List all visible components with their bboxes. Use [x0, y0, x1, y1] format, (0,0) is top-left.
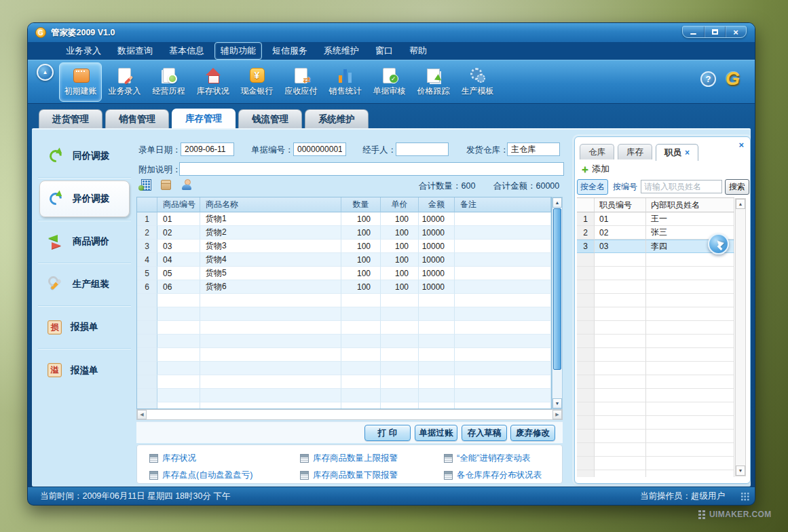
date-input[interactable]	[181, 142, 234, 156]
scroll-right-icon[interactable]: ▶	[552, 410, 562, 419]
header-cell[interactable]: 职员编号	[595, 198, 646, 212]
empty-staff-row[interactable]	[577, 267, 734, 280]
menu-item-6[interactable]: 系统维护	[318, 42, 365, 60]
report-link-5[interactable]: 库存商品数量下限报警	[300, 470, 444, 481]
empty-staff-row[interactable]	[577, 457, 734, 470]
warehouse-shortcut-icon[interactable]	[141, 179, 151, 191]
add-button[interactable]: + 添加	[582, 163, 609, 175]
header-cell[interactable]: 单价	[381, 197, 419, 212]
title-bar[interactable]: G 管家婆2009 V1.0 ×	[28, 23, 755, 42]
sidebar-item-2[interactable]: 异价调拨	[39, 180, 130, 217]
post-voucher-button[interactable]: 单据过账	[415, 425, 457, 441]
table-row[interactable]: 101货物110010010000	[137, 212, 551, 226]
empty-staff-row[interactable]	[577, 335, 734, 348]
panel-vertical-scrollbar[interactable]: ▲ ▼	[735, 198, 746, 476]
sidebar-item-4[interactable]: 生产组装	[39, 266, 130, 303]
goods-shortcut-icon[interactable]	[161, 180, 171, 190]
tab-5[interactable]: 系统维护	[305, 109, 369, 128]
header-cell[interactable]: 备注	[455, 197, 551, 212]
note-input[interactable]	[179, 162, 564, 176]
sidebar-item-5[interactable]: 损报损单	[39, 309, 130, 345]
menu-item-5[interactable]: 短信服务	[266, 42, 314, 60]
empty-staff-row[interactable]	[577, 402, 734, 416]
tab-4[interactable]: 钱流管理	[238, 109, 302, 128]
header-cell[interactable]: 商品编号	[157, 197, 200, 212]
toolbar-item-1[interactable]: 初期建账	[59, 62, 102, 102]
scroll-down-icon[interactable]: ▼	[552, 398, 562, 408]
empty-table-row[interactable]	[137, 348, 551, 362]
table-row[interactable]: 202货物210010010000	[137, 226, 551, 240]
search-by-name-button[interactable]: 按全名	[577, 179, 608, 195]
handler-input[interactable]	[396, 142, 449, 156]
empty-staff-row[interactable]	[577, 362, 734, 375]
empty-staff-row[interactable]	[577, 294, 734, 307]
menu-item-8[interactable]: 帮助	[403, 42, 433, 60]
table-row[interactable]: 404货物410010010000	[137, 253, 551, 267]
toolbar-item-5[interactable]: 现金银行	[236, 62, 278, 102]
menu-item-2[interactable]: 数据查询	[111, 42, 159, 60]
scroll-up-icon[interactable]: ▲	[552, 197, 562, 208]
panel-close-icon[interactable]: ×	[738, 140, 744, 150]
header-cell[interactable]: 数量	[341, 197, 381, 212]
toolbar-item-6[interactable]: 应收应付	[280, 62, 322, 102]
empty-staff-row[interactable]	[577, 253, 734, 267]
toolbar-item-9[interactable]: 价格跟踪	[412, 62, 455, 102]
empty-table-row[interactable]	[137, 294, 551, 307]
search-by-code-button[interactable]: 按编号	[613, 181, 637, 193]
report-link-6[interactable]: 各仓库库存分布状况表	[444, 470, 562, 481]
voucher-no-input[interactable]	[293, 142, 346, 156]
menu-item-4[interactable]: 辅助功能	[214, 42, 262, 60]
scroll-left-icon[interactable]: ◀	[137, 410, 147, 419]
search-button[interactable]: 搜索	[725, 179, 749, 195]
help-icon[interactable]: ?	[700, 71, 716, 87]
panel-tab-1[interactable]: 仓库	[580, 144, 614, 159]
empty-staff-row[interactable]	[577, 280, 734, 294]
header-cell[interactable]: 商品名称	[200, 197, 341, 212]
header-cell[interactable]: 内部职员姓名	[646, 198, 734, 212]
empty-staff-row[interactable]	[577, 430, 734, 443]
tab-close-icon[interactable]: ×	[685, 148, 690, 157]
tab-3[interactable]: 库存管理	[172, 109, 236, 128]
staff-search-input[interactable]	[641, 180, 722, 193]
report-link-2[interactable]: 库存商品数量上限报警	[300, 453, 444, 464]
warehouse-input[interactable]	[507, 142, 560, 156]
toolbar-item-7[interactable]: 销售统计	[324, 62, 367, 102]
save-draft-button[interactable]: 存入草稿	[462, 425, 507, 441]
empty-table-row[interactable]	[137, 307, 551, 321]
empty-table-row[interactable]	[137, 389, 551, 402]
empty-table-row[interactable]	[137, 335, 551, 348]
tab-1[interactable]: 进货管理	[39, 109, 102, 128]
table-row[interactable]: 505货物510010010000	[137, 267, 551, 280]
table-row[interactable]: 606货物610010010000	[137, 280, 551, 294]
panel-scroll-down-icon[interactable]: ▼	[736, 466, 745, 476]
resize-grip[interactable]	[740, 492, 749, 501]
toolbar-item-3[interactable]: 经营历程	[147, 62, 190, 102]
menu-item-7[interactable]: 窗口	[369, 42, 399, 60]
sidebar-item-1[interactable]: 同价调拨	[39, 138, 130, 174]
toolbar-item-4[interactable]: 库存状况	[191, 62, 234, 102]
empty-table-row[interactable]	[137, 321, 551, 335]
empty-table-row[interactable]	[137, 362, 551, 375]
report-link-3[interactable]: “全能”进销存变动表	[444, 453, 562, 464]
print-button[interactable]: 打 印	[364, 425, 411, 441]
items-horizontal-scrollbar[interactable]: ◀ ▶	[136, 409, 563, 420]
empty-staff-row[interactable]	[577, 375, 734, 389]
report-link-1[interactable]: 库存状况	[149, 453, 300, 464]
empty-table-row[interactable]	[137, 402, 551, 409]
empty-staff-row[interactable]	[577, 307, 734, 321]
header-cell[interactable]: 金额	[419, 197, 455, 212]
staff-shortcut-icon[interactable]	[181, 179, 192, 190]
panel-tab-3[interactable]: 职员×	[656, 144, 698, 161]
staff-row[interactable]: 101王一	[577, 212, 734, 226]
tab-2[interactable]: 销售管理	[105, 109, 169, 128]
report-link-4[interactable]: 库存盘点(自动盘盈盘亏)	[149, 470, 300, 481]
maximize-button[interactable]	[704, 26, 725, 37]
toolbar-item-2[interactable]: 业务录入	[103, 62, 146, 102]
minimize-button[interactable]	[683, 26, 704, 37]
discard-changes-button[interactable]: 废弃修改	[510, 425, 555, 441]
scroll-thumb[interactable]	[553, 208, 561, 370]
table-row[interactable]: 303货物310010010000	[137, 240, 551, 253]
menu-item-3[interactable]: 基本信息	[163, 42, 210, 60]
empty-staff-row[interactable]	[577, 443, 734, 457]
sidebar-item-6[interactable]: 溢报溢单	[39, 352, 130, 389]
